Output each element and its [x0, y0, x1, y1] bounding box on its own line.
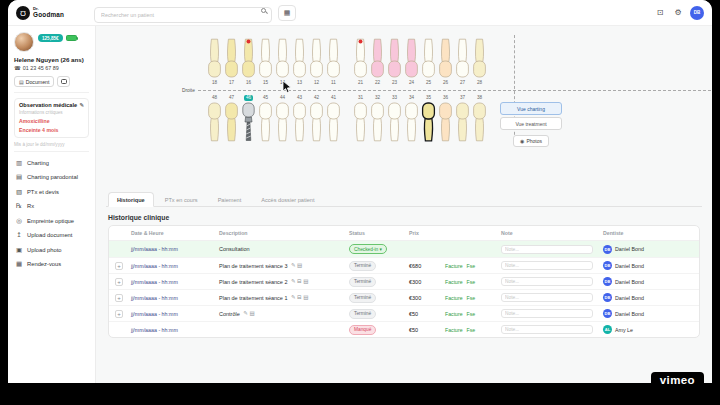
- tooth-25[interactable]: 25: [420, 38, 437, 87]
- expand-button[interactable]: +: [115, 278, 123, 286]
- facture-link[interactable]: Facture: [445, 327, 463, 333]
- balance-badge[interactable]: 125,85€: [38, 34, 63, 42]
- tooth-33[interactable]: 33: [386, 94, 403, 143]
- facture-link[interactable]: Facture: [445, 263, 463, 269]
- expand-button[interactable]: +: [115, 310, 123, 318]
- view-button-vue-treatment[interactable]: Vue treatment: [500, 117, 562, 130]
- sidebar-item-upload-photo[interactable]: ▣Upload photo: [14, 243, 89, 258]
- note-input[interactable]: [501, 245, 593, 254]
- tooth-41[interactable]: 41: [325, 94, 342, 143]
- tooth-48[interactable]: 48: [206, 94, 223, 143]
- fse-link[interactable]: Fse: [467, 327, 476, 333]
- edit-icon[interactable]: ✎: [291, 295, 296, 301]
- sidebar-item-rendez-vous[interactable]: ▦Rendez-vous: [14, 257, 89, 272]
- dentist-cell: DBDaniel Bond: [603, 293, 693, 302]
- status-badge[interactable]: Manqué: [349, 325, 376, 335]
- observation-subtitle: Informations critiques: [19, 110, 84, 115]
- tooth-44[interactable]: 44: [274, 94, 291, 143]
- export-button[interactable]: ⊡: [654, 9, 666, 17]
- view-button-vue-charting[interactable]: Vue charting: [500, 102, 562, 115]
- facture-link[interactable]: Facture: [445, 311, 463, 317]
- tooth-34[interactable]: 34: [403, 94, 420, 143]
- search-input[interactable]: [94, 7, 272, 23]
- trash-icon[interactable]: ⊟: [297, 279, 302, 285]
- tooth-46[interactable]: 46: [240, 94, 257, 143]
- gear-icon: ⚙: [674, 8, 681, 17]
- sidebar-item-upload-document[interactable]: ↥Upload document: [14, 228, 89, 243]
- tab-paiement[interactable]: Paiement: [209, 192, 251, 207]
- tab-acc-s-dossier-patient[interactable]: Accès dossier patient: [252, 192, 323, 207]
- status-badge[interactable]: Terminé: [349, 293, 376, 303]
- fse-link[interactable]: Fse: [467, 263, 476, 269]
- photos-button[interactable]: ◉Photos: [513, 135, 549, 147]
- tooth-37[interactable]: 37: [454, 94, 471, 143]
- status-badge[interactable]: Terminé: [349, 277, 376, 287]
- status-badge[interactable]: Terminé: [349, 261, 376, 271]
- note-input[interactable]: [501, 309, 593, 318]
- doc-icon[interactable]: ▤: [297, 263, 302, 269]
- edit-icon[interactable]: ✎: [79, 102, 84, 108]
- expand-button[interactable]: +: [115, 262, 123, 270]
- sidebar-item-charting-parodontal[interactable]: ▤Charting parodontal: [14, 170, 89, 185]
- tooth-24[interactable]: 24: [403, 38, 420, 87]
- tooth-42[interactable]: 42: [308, 94, 325, 143]
- facture-link[interactable]: Facture: [445, 279, 463, 285]
- tooth-43[interactable]: 43: [291, 94, 308, 143]
- chat-button[interactable]: [57, 76, 70, 87]
- tooth-15[interactable]: 15: [257, 38, 274, 87]
- note-input[interactable]: [501, 293, 593, 302]
- dentist-name: Daniel Bond: [615, 246, 644, 252]
- tooth-26[interactable]: 26: [437, 38, 454, 87]
- calendar-button[interactable]: ▦: [278, 5, 296, 21]
- tooth-21[interactable]: 21: [352, 38, 369, 87]
- doc-icon[interactable]: ▤: [249, 311, 254, 317]
- sidebar-item-ptx-et-devis[interactable]: ▧PTx et devis: [14, 185, 89, 200]
- tooth-45[interactable]: 45: [257, 94, 274, 143]
- expand-button[interactable]: +: [115, 294, 123, 302]
- vimeo-watermark: vimeo: [651, 372, 704, 391]
- tooth-47[interactable]: 47: [223, 94, 240, 143]
- status-badge[interactable]: Checked-in ▾: [349, 244, 387, 254]
- tooth-13[interactable]: 13: [291, 38, 308, 87]
- doc-icon[interactable]: ▤: [303, 279, 308, 285]
- doc-icon[interactable]: ▤: [303, 295, 308, 301]
- tab-historique[interactable]: Historique: [108, 192, 154, 207]
- tooth-27[interactable]: 27: [454, 38, 471, 87]
- tooth-22[interactable]: 22: [369, 38, 386, 87]
- edit-icon[interactable]: ✎: [291, 279, 296, 285]
- sidebar-item-rx[interactable]: ℞Rx: [14, 199, 89, 214]
- sidebar-item-charting[interactable]: ▥Charting: [14, 156, 89, 171]
- dentist-avatar: DB: [603, 261, 612, 270]
- note-input[interactable]: [501, 325, 593, 334]
- tooth-17[interactable]: 17: [223, 38, 240, 87]
- settings-button[interactable]: ⚙: [672, 9, 684, 17]
- patient-avatar[interactable]: [14, 32, 34, 52]
- tooth-12[interactable]: 12: [308, 38, 325, 87]
- sidebar-item-empreinte-optique[interactable]: ◎Empreinte optique: [14, 214, 89, 229]
- tooth-31[interactable]: 31: [352, 94, 369, 143]
- fse-link[interactable]: Fse: [467, 279, 476, 285]
- trash-icon[interactable]: ⊟: [297, 295, 302, 301]
- user-avatar[interactable]: DB: [690, 6, 704, 20]
- edit-icon[interactable]: ✎: [243, 311, 248, 317]
- tab-ptx-en-cours[interactable]: PTx en cours: [156, 192, 207, 207]
- facture-link[interactable]: Facture: [445, 295, 463, 301]
- row-description: Contrôle: [219, 311, 240, 317]
- edit-icon[interactable]: ✎: [291, 263, 296, 269]
- tooth-11[interactable]: 11: [325, 38, 342, 87]
- tooth-36[interactable]: 36: [437, 94, 454, 143]
- tooth-23[interactable]: 23: [386, 38, 403, 87]
- note-input[interactable]: [501, 261, 593, 270]
- document-button[interactable]: ▤ Document: [14, 76, 54, 87]
- note-input[interactable]: [501, 277, 593, 286]
- tooth-28[interactable]: 28: [471, 38, 488, 87]
- tooth-18[interactable]: 18: [206, 38, 223, 87]
- tooth-32[interactable]: 32: [369, 94, 386, 143]
- status-badge[interactable]: Terminé: [349, 309, 376, 319]
- fse-link[interactable]: Fse: [467, 311, 476, 317]
- tooth-38[interactable]: 38: [471, 94, 488, 143]
- tooth-16[interactable]: 16: [240, 38, 257, 87]
- tooth-number: 35: [426, 95, 431, 101]
- tooth-35[interactable]: 35: [420, 94, 437, 143]
- fse-link[interactable]: Fse: [467, 295, 476, 301]
